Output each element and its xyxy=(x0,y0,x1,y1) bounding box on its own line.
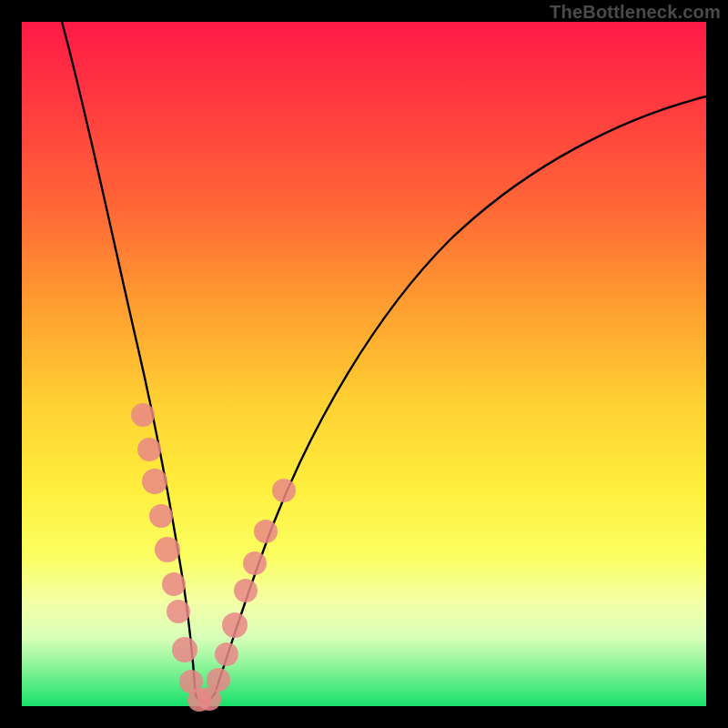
marker-dot xyxy=(137,438,161,461)
marker-dot xyxy=(167,600,190,623)
marker-dot xyxy=(149,504,173,528)
marker-dot xyxy=(234,579,258,602)
curve-right-branch xyxy=(215,96,706,693)
marker-dot xyxy=(272,479,296,502)
bottleneck-curve xyxy=(22,22,706,706)
watermark-text: TheBottleneck.com xyxy=(550,2,721,23)
marker-dot xyxy=(207,668,230,692)
marker-dot xyxy=(142,469,167,494)
marker-dot xyxy=(243,551,267,575)
marker-dot xyxy=(172,637,197,662)
marker-dot xyxy=(131,403,155,427)
marker-dot xyxy=(215,642,238,666)
marker-dot xyxy=(222,612,248,638)
outer-frame: TheBottleneck.com xyxy=(0,0,728,728)
plot-area xyxy=(22,22,706,706)
marker-dot xyxy=(254,520,278,543)
marker-group xyxy=(131,403,296,712)
marker-dot xyxy=(155,537,180,562)
marker-dot xyxy=(162,572,186,596)
